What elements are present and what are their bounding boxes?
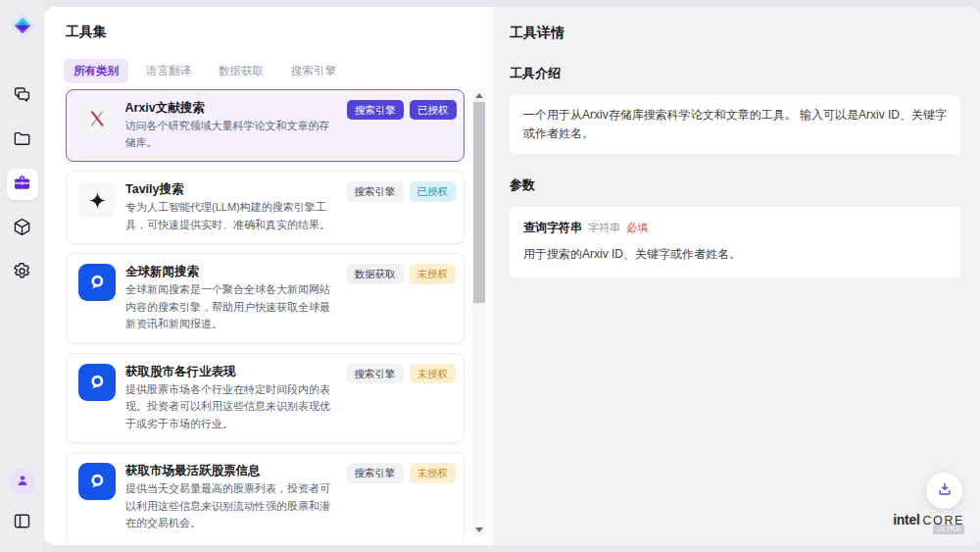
tool-description: 访问各个研究领域大量科学论文和文章的存储库。 bbox=[125, 118, 334, 152]
category-tab[interactable]: 数据获取 bbox=[209, 59, 273, 83]
tool-card[interactable]: 全球新闻搜索 全球新闻搜索是一个聚合全球各大新闻网站内容的搜索引擎，帮助用户快速… bbox=[66, 253, 465, 344]
folder-icon bbox=[12, 128, 32, 152]
intro-section-title: 工具介绍 bbox=[510, 65, 960, 82]
news-service-logo-icon bbox=[86, 471, 108, 492]
category-badge: 搜索引擎 bbox=[347, 463, 404, 483]
param-required-flag: 必填 bbox=[626, 221, 648, 235]
user-avatar[interactable] bbox=[9, 469, 35, 495]
cube-icon bbox=[12, 217, 32, 240]
tool-title: 获取市场最活跃股票信息 bbox=[125, 463, 333, 478]
tool-list: Arxiv文献搜索 访问各个研究领域大量科学论文和文章的存储库。 搜索引擎 已授… bbox=[66, 89, 465, 539]
category-badge: 搜索引擎 bbox=[347, 100, 404, 121]
scrollbar[interactable] bbox=[472, 89, 486, 536]
tool-logo bbox=[78, 364, 116, 401]
category-tabs: 所有类别语言翻译数据获取搜索引擎 bbox=[64, 59, 346, 83]
nav-settings-button[interactable] bbox=[7, 257, 38, 288]
param-card: 查询字符串 字符串 必填 用于搜索的Arxiv ID、关键字或作者姓名。 bbox=[510, 207, 960, 277]
tool-card[interactable]: Tavily搜索 专为人工智能代理(LLM)构建的搜索引擎工具，可快速提供实时、… bbox=[66, 171, 465, 244]
nav-chat-button[interactable] bbox=[7, 80, 38, 112]
tavily-logo-icon bbox=[87, 190, 108, 211]
tool-card[interactable]: 获取股市各行业表现 提供股票市场各个行业在特定时间段内的表现。投资者可以利用这些… bbox=[66, 353, 465, 444]
person-icon bbox=[15, 473, 30, 491]
category-tab[interactable]: 搜索引擎 bbox=[281, 59, 346, 83]
details-title: 工具详情 bbox=[510, 25, 960, 42]
panel-layout-icon bbox=[12, 511, 32, 534]
tool-card[interactable]: 获取市场最活跃股票信息 提供当天交易量最高的股票列表，投资者可以利用这些信息来识… bbox=[66, 452, 465, 539]
intel-core-logo: intelCORE ULTRA bbox=[893, 511, 964, 532]
chat-icon bbox=[12, 84, 32, 108]
news-service-logo-icon bbox=[86, 372, 108, 393]
toolbox-icon bbox=[12, 173, 32, 196]
param-description: 用于搜索的Arxiv ID、关键字或作者姓名。 bbox=[523, 245, 947, 263]
category-badge: 搜索引擎 bbox=[347, 364, 404, 384]
tool-title: Tavily搜索 bbox=[125, 181, 333, 197]
tool-logo bbox=[78, 100, 116, 137]
app-logo-icon[interactable] bbox=[9, 12, 36, 39]
category-badge: 搜索引擎 bbox=[347, 181, 404, 202]
tool-logo bbox=[78, 264, 116, 301]
intro-card: 一个用于从Arxiv存储库搜索科学论文和文章的工具。 输入可以是Arxiv ID… bbox=[510, 95, 960, 154]
tool-description: 全球新闻搜索是一个聚合全球各大新闻网站内容的搜索引擎，帮助用户快速获取全球最新资… bbox=[125, 281, 333, 333]
tool-title: 获取股市各行业表现 bbox=[125, 364, 333, 379]
tool-logo bbox=[78, 463, 116, 500]
scrollbar-down-arrow-icon[interactable] bbox=[475, 527, 483, 532]
scrollbar-thumb[interactable] bbox=[473, 102, 485, 303]
intro-text: 一个用于从Arxiv存储库搜索科学论文和文章的工具。 输入可以是Arxiv ID… bbox=[523, 106, 947, 143]
category-badge: 数据获取 bbox=[347, 264, 404, 284]
auth-status-badge: 未授权 bbox=[410, 463, 457, 483]
auth-status-badge: 未授权 bbox=[410, 364, 457, 384]
param-type: 字符串 bbox=[588, 221, 620, 235]
nav-models-button[interactable] bbox=[7, 213, 38, 244]
params-section-title: 参数 bbox=[510, 176, 960, 194]
tool-title: 全球新闻搜索 bbox=[125, 264, 333, 279]
category-tab[interactable]: 所有类别 bbox=[64, 59, 128, 83]
toolset-panel: 工具集 所有类别语言翻译数据获取搜索引擎 Arxiv文献搜索 访问各个研究领域大… bbox=[44, 7, 493, 545]
auth-status-badge: 已授权 bbox=[410, 100, 457, 121]
tool-description: 专为人工智能代理(LLM)构建的搜索引擎工具，可快速提供实时、准确和真实的结果。 bbox=[125, 199, 333, 233]
panel-toggle-button[interactable] bbox=[7, 507, 38, 538]
nav-toolbox-button[interactable] bbox=[7, 169, 38, 200]
tool-card[interactable]: Arxiv文献搜索 访问各个研究领域大量科学论文和文章的存储库。 搜索引擎 已授… bbox=[66, 89, 465, 162]
tool-title: Arxiv文献搜索 bbox=[125, 100, 334, 116]
news-service-logo-icon bbox=[86, 272, 108, 293]
tool-description: 提供当天交易量最高的股票列表，投资者可以利用这些信息来识别流动性强的股票和潜在的… bbox=[125, 480, 333, 532]
sidebar-bottom bbox=[7, 469, 38, 538]
gear-icon bbox=[12, 261, 32, 284]
auth-status-badge: 未授权 bbox=[410, 264, 457, 284]
param-name: 查询字符串 bbox=[523, 220, 582, 236]
intel-brand-text: intel bbox=[893, 512, 919, 527]
toolset-title: 工具集 bbox=[66, 24, 107, 41]
ultra-badge: ULTRA bbox=[933, 525, 964, 534]
nav-files-button[interactable] bbox=[7, 125, 38, 156]
category-tab[interactable]: 语言翻译 bbox=[136, 59, 201, 83]
auth-status-badge: 已授权 bbox=[410, 181, 457, 202]
scrollbar-up-arrow-icon[interactable] bbox=[475, 93, 483, 98]
tool-description: 提供股票市场各个行业在特定时间段内的表现。投资者可以利用这些信息来识别表现优于或… bbox=[125, 381, 333, 433]
arxiv-logo-icon bbox=[86, 108, 108, 129]
sidebar bbox=[0, 0, 44, 552]
app-window: 工具集 所有类别语言翻译数据获取搜索引擎 Arxiv文献搜索 访问各个研究领域大… bbox=[0, 0, 980, 552]
download-icon bbox=[936, 480, 954, 501]
download-button[interactable] bbox=[926, 473, 962, 509]
sidebar-nav bbox=[7, 80, 38, 288]
tool-logo bbox=[78, 181, 116, 219]
tool-details-panel: 工具详情 工具介绍 一个用于从Arxiv存储库搜索科学论文和文章的工具。 输入可… bbox=[493, 7, 980, 545]
